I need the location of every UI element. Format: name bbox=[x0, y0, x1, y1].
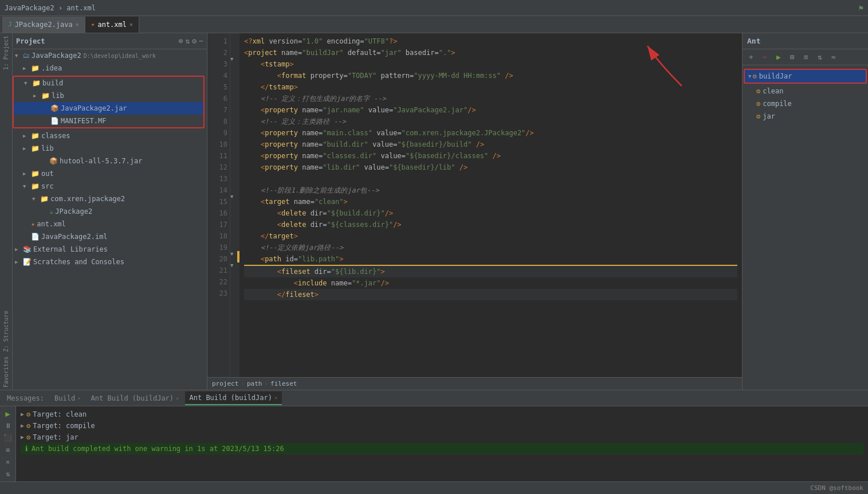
gear-icon[interactable]: ⊕ bbox=[179, 37, 183, 45]
scratches-label: Scratches and Consoles bbox=[33, 258, 124, 266]
lib-label: lib bbox=[41, 144, 54, 152]
antbuild1-close[interactable]: ✕ bbox=[176, 395, 179, 401]
classes-folder-icon: 📁 bbox=[31, 132, 40, 140]
tab-java[interactable]: J JPackage2.java ✕ bbox=[2, 17, 85, 33]
iml-icon: 📄 bbox=[31, 233, 40, 241]
breadcrumb: project › path › fileset bbox=[207, 377, 742, 390]
tree-classes[interactable]: ▶ 📁 classes bbox=[13, 130, 207, 142]
hutool-icon: 📦 bbox=[49, 157, 58, 165]
run-btn[interactable]: ▶ bbox=[2, 409, 14, 418]
antbuild2-tab[interactable]: Ant Build (buildJar) ✕ bbox=[185, 391, 282, 405]
tree-jpackage2-class[interactable]: ☕ JPackage2 bbox=[13, 205, 207, 218]
tab-java-label: JPackage2.java bbox=[15, 21, 73, 29]
tree-lib[interactable]: ▶ 📁 lib bbox=[13, 142, 207, 155]
ant-buildjar[interactable]: ▼ ⚙ buildJar bbox=[745, 70, 866, 83]
ant-filter-btn[interactable]: ⊞ bbox=[786, 52, 799, 63]
xml-tab-icon: ✦ bbox=[91, 21, 95, 28]
fold-3[interactable]: ▼ bbox=[230, 56, 233, 62]
clean-expand-arrow[interactable]: ▶ bbox=[21, 409, 24, 420]
antbuild1-tab[interactable]: Ant Build (buildJar) ✕ bbox=[87, 391, 184, 405]
code-line-6: <!-- 定义：打包生成的jar的名字 --> bbox=[244, 93, 737, 104]
expand-btn[interactable]: ⇅ bbox=[2, 469, 14, 479]
pin-icon[interactable]: ⚑ bbox=[859, 3, 863, 13]
ant-run-btn[interactable]: ▶ bbox=[772, 52, 785, 63]
java-tab-icon: J bbox=[8, 21, 12, 28]
title-bar-text: JavaPackage2 › ant.xml bbox=[5, 4, 96, 12]
code-area[interactable]: <?xml version="1.0" encoding="UTF8"?> <p… bbox=[239, 33, 742, 377]
ant-compile[interactable]: ⚙ compile bbox=[743, 97, 868, 110]
ant-clean[interactable]: ⚙ clean bbox=[743, 85, 868, 97]
tree-package[interactable]: ▼ 📁 com.xren.jpackage2 bbox=[13, 193, 207, 205]
success-icon: ℹ bbox=[25, 443, 28, 454]
build-tab[interactable]: Build ✕ bbox=[50, 391, 85, 405]
breadcrumb-fileset[interactable]: fileset bbox=[270, 380, 297, 387]
clean-log-icon: ⚙ bbox=[26, 409, 30, 420]
tree-build[interactable]: ▼ 📁 build bbox=[14, 77, 203, 89]
tree-scratches[interactable]: ▶ 📝 Scratches and Consoles bbox=[13, 256, 207, 268]
breadcrumb-path[interactable]: path bbox=[247, 380, 262, 387]
close-btn[interactable]: ✕ bbox=[2, 457, 14, 467]
log-target-compile: ▶ ⚙ Target: compile bbox=[21, 420, 863, 432]
ant-add-btn[interactable]: + bbox=[745, 52, 757, 63]
package-icon: 📁 bbox=[40, 195, 49, 203]
stop-layout-btn[interactable]: ⏸ bbox=[2, 421, 14, 430]
fold-15[interactable]: ▼ bbox=[230, 194, 233, 199]
tab-xml-label: ant.xml bbox=[97, 21, 127, 29]
tree-src[interactable]: ▼ 📁 src bbox=[13, 180, 207, 193]
stop-btn[interactable]: ⬛ bbox=[2, 433, 14, 442]
code-line-16: <delete dir="${build.dir}"/> bbox=[244, 207, 737, 219]
favorites-strip-label[interactable]: Favorites bbox=[3, 354, 9, 390]
fold-20[interactable]: ▼ bbox=[230, 251, 233, 257]
ant-expand-btn[interactable]: ⇅ bbox=[814, 52, 826, 63]
jar-expand-arrow[interactable]: ▶ bbox=[21, 432, 24, 443]
tree-idea[interactable]: ▶ 📁 .idea bbox=[13, 62, 207, 75]
tree-iml[interactable]: 📄 JavaPackage2.iml bbox=[13, 230, 207, 243]
code-line-14: <!--阶段1.删除之前生成的jar包--> bbox=[244, 185, 737, 196]
antbuild2-close[interactable]: ✕ bbox=[274, 395, 277, 401]
compile-log-text: Target: compile bbox=[33, 420, 95, 432]
ant-sort-btn[interactable]: ≡ bbox=[800, 52, 812, 63]
tree-javapackage-jar[interactable]: 📦 JavaPackage2.jar bbox=[14, 102, 203, 115]
compile-expand-arrow[interactable]: ▶ bbox=[21, 420, 24, 432]
tab-xml-close[interactable]: ✕ bbox=[129, 21, 133, 28]
structure-strip-label[interactable]: Z: Structure bbox=[3, 308, 9, 354]
build-close[interactable]: ✕ bbox=[77, 395, 80, 401]
tree-hutool[interactable]: 📦 hutool-all-5.3.7.jar bbox=[13, 155, 207, 167]
scratches-icon: 📝 bbox=[23, 258, 32, 266]
code-line-1: <?xml version="1.0" encoding="UTF8"?> bbox=[244, 36, 737, 47]
tab-java-close[interactable]: ✕ bbox=[76, 21, 79, 28]
editor-content: 12345 678910 1112131415 1617181920 21222… bbox=[207, 33, 742, 377]
jar-label: JavaPackage2.jar bbox=[61, 104, 127, 112]
compile-log-icon: ⚙ bbox=[26, 420, 30, 432]
tree-ext-libs[interactable]: ▶ 📚 External Libraries bbox=[13, 243, 207, 256]
ant-jar[interactable]: ⚙ jar bbox=[743, 110, 868, 123]
ant-collapse-btn[interactable]: ≈ bbox=[827, 52, 840, 63]
breadcrumb-project[interactable]: project bbox=[212, 380, 238, 387]
messages-tab[interactable]: Messages: bbox=[2, 391, 49, 405]
project-tree: ▼ 🗂 JavaPackage2 D:\develop\ideal_work ▶… bbox=[13, 49, 207, 390]
tree-out[interactable]: ▶ 📁 out bbox=[13, 167, 207, 180]
title-bar-icons: ⚑ bbox=[859, 3, 863, 13]
format-btn[interactable]: ≡ bbox=[2, 445, 14, 455]
ant-remove-btn[interactable]: − bbox=[759, 52, 771, 63]
tree-build-lib[interactable]: ▶ 📁 lib bbox=[14, 89, 203, 102]
project-panel: Project ⊕ ⇅ ⚙ − ▼ 🗂 JavaPackage2 D:\deve… bbox=[13, 33, 207, 390]
idea-folder-icon: 📁 bbox=[31, 64, 40, 72]
tree-ant-xml[interactable]: ✦ ant.xml bbox=[13, 218, 207, 230]
project-strip-label[interactable]: 1: Project bbox=[3, 33, 9, 72]
tree-manifest[interactable]: 📄 MANIFEST.MF bbox=[14, 115, 203, 127]
code-line-22: <include name="*.jar"/> bbox=[244, 277, 737, 289]
minimize-icon[interactable]: − bbox=[199, 37, 203, 45]
gutter: ▼ ▼ ▼ ▼ bbox=[230, 33, 239, 377]
project-icon: 🗂 bbox=[23, 52, 30, 60]
code-line-23: </fileset> bbox=[244, 289, 737, 300]
clean-label: clean bbox=[763, 87, 783, 95]
settings-icon[interactable]: ⚙ bbox=[192, 37, 197, 45]
fold-21[interactable]: ▼ bbox=[230, 262, 233, 268]
lib-icon: 📁 bbox=[31, 144, 40, 152]
bottom-panel: Messages: Build ✕ Ant Build (buildJar) ✕… bbox=[0, 390, 868, 481]
tab-xml[interactable]: ✦ ant.xml ✕ bbox=[85, 17, 139, 33]
layout-icon[interactable]: ⇅ bbox=[186, 37, 190, 45]
tree-root[interactable]: ▼ 🗂 JavaPackage2 D:\develop\ideal_work bbox=[13, 49, 207, 62]
ant-panel: Ant + − ▶ ⊞ ≡ ⇅ ≈ ▼ ⚙ buildJar ⚙ clean bbox=[742, 33, 868, 390]
